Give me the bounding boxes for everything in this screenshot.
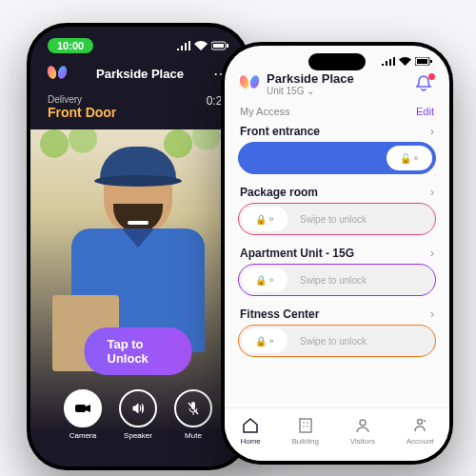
access-item-row[interactable]: Front entrance › <box>238 123 436 142</box>
access-name: Front entrance <box>240 125 320 138</box>
chevron-right-icon: » <box>413 153 418 163</box>
chevron-down-icon: ⌄ <box>307 86 314 96</box>
door-label: Front Door <box>48 105 116 120</box>
svg-rect-9 <box>300 419 311 432</box>
building-icon <box>296 416 315 435</box>
tab-account[interactable]: Account <box>407 416 434 446</box>
tab-label: Visitors <box>350 437 375 446</box>
svg-point-10 <box>360 420 366 426</box>
phone-access-list: Parkside Place Unit 15G ⌄ My Access Edit… <box>221 42 453 465</box>
signal-icon <box>382 57 395 66</box>
battery-icon <box>415 57 432 66</box>
lock-icon: 🔒 <box>255 214 267 225</box>
edit-button[interactable]: Edit <box>416 106 434 117</box>
time-pill: 10:00 <box>48 38 93 53</box>
access-item-row[interactable]: Package room › <box>238 184 436 203</box>
slider-knob[interactable]: 🔒 » <box>242 328 288 353</box>
notification-bell-icon[interactable] <box>415 74 434 93</box>
access-name: Package room <box>240 186 318 199</box>
svg-rect-3 <box>75 405 86 412</box>
access-item-fitness-center: Fitness Center › 🔒 » Swipe to unlock <box>238 306 436 357</box>
swipe-hint: Swipe to unlock <box>300 214 367 225</box>
access-name: Fitness Center <box>240 307 319 321</box>
svg-point-11 <box>418 420 423 425</box>
wifi-icon <box>194 41 208 50</box>
notch <box>308 53 366 70</box>
battery-icon <box>211 41 228 50</box>
tab-building[interactable]: Building <box>292 416 319 446</box>
delivery-label: Delivery <box>48 94 116 105</box>
wifi-icon <box>399 57 411 66</box>
visitors-icon <box>353 416 372 435</box>
status-icons <box>177 41 228 50</box>
slider-knob[interactable]: 🔒 » <box>242 268 288 292</box>
building-title: Parkside Place <box>96 67 184 81</box>
chevron-right-icon: » <box>268 336 273 346</box>
lock-icon: 🔒 <box>255 336 267 347</box>
chevron-right-icon: › <box>430 247 434 260</box>
mute-button[interactable]: Mute <box>174 389 212 440</box>
chevron-right-icon: › <box>430 186 434 199</box>
access-item-package-room: Package room › 🔒 » Swipe to unlock <box>238 184 436 235</box>
swipe-unlock-slider[interactable]: 🔒 » Swipe to unlock <box>238 325 436 357</box>
access-item-apartment-unit-15g: Apartment Unit - 15G › 🔒 » Swipe to unlo… <box>238 245 436 296</box>
delivery-person <box>67 152 209 352</box>
access-name: Apartment Unit - 15G <box>240 247 354 260</box>
signal-icon <box>177 41 190 50</box>
camera-button[interactable]: Camera <box>64 389 102 440</box>
slider-knob[interactable]: 🔓 » <box>387 146 432 170</box>
butterfly-logo-icon <box>240 75 259 92</box>
tab-home[interactable]: Home <box>240 416 260 446</box>
tab-bar: HomeBuildingVisitorsAccount <box>225 407 449 461</box>
mute-label: Mute <box>185 431 202 440</box>
swipe-unlock-slider[interactable]: 🔒 » Swipe to unlock <box>238 264 436 296</box>
slider-knob[interactable]: 🔒 » <box>242 207 288 231</box>
svg-rect-8 <box>430 60 432 63</box>
chevron-right-icon: › <box>430 307 434 321</box>
building-title: Parkside Place <box>267 71 407 86</box>
phone-video-call: 10:00 Parkside Place ⋯ Delivery Front Do… <box>27 23 249 470</box>
video-feed: Tap to Unlock Camera Speaker Mute <box>30 129 246 466</box>
access-item-row[interactable]: Fitness Center › <box>238 306 436 325</box>
swipe-unlock-slider[interactable]: 🔒 » Swipe to unlock <box>238 203 436 235</box>
account-icon <box>410 416 429 435</box>
svg-rect-2 <box>227 44 228 48</box>
access-item-front-entrance: Front entrance › 🔓 » <box>238 123 436 174</box>
tab-label: Home <box>240 437 260 446</box>
camera-label: Camera <box>69 431 96 440</box>
swipe-hint: Swipe to unlock <box>300 275 367 286</box>
lock-icon: 🔒 <box>255 275 267 286</box>
access-item-row[interactable]: Apartment Unit - 15G › <box>238 245 436 264</box>
svg-rect-1 <box>213 44 224 48</box>
svg-rect-7 <box>417 59 427 64</box>
butterfly-logo-icon <box>48 66 67 83</box>
speaker-label: Speaker <box>124 431 152 440</box>
speaker-button[interactable]: Speaker <box>119 389 157 440</box>
tab-label: Account <box>407 437 434 446</box>
unit-selector[interactable]: Unit 15G ⌄ <box>267 86 407 96</box>
call-controls: Camera Speaker Mute <box>30 389 246 440</box>
tab-visitors[interactable]: Visitors <box>350 416 375 446</box>
tab-label: Building <box>292 437 319 446</box>
status-bar: 10:00 <box>30 27 246 57</box>
home-icon <box>241 416 260 435</box>
lock-icon: 🔓 <box>400 153 411 164</box>
section-label: My Access <box>240 106 290 117</box>
chevron-right-icon: › <box>430 125 434 138</box>
tap-to-unlock-button[interactable]: Tap to Unlock <box>85 327 192 375</box>
swipe-unlock-slider[interactable]: 🔓 » <box>238 142 436 174</box>
swipe-hint: Swipe to unlock <box>300 336 367 347</box>
chevron-right-icon: » <box>268 214 273 224</box>
chevron-right-icon: » <box>268 275 273 285</box>
